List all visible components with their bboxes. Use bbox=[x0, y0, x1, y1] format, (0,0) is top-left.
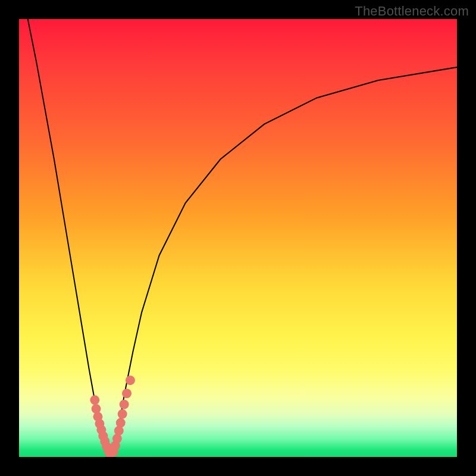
chart-frame: TheBottleneck.com bbox=[0, 0, 476, 476]
chart-svg bbox=[19, 19, 457, 457]
data-point bbox=[126, 375, 135, 385]
bottleneck-curve-left bbox=[28, 19, 111, 457]
data-point bbox=[122, 389, 131, 398]
data-markers bbox=[90, 375, 135, 457]
data-point bbox=[90, 395, 99, 405]
data-point bbox=[92, 404, 101, 414]
data-point bbox=[114, 426, 124, 436]
bottleneck-curve-right bbox=[111, 67, 457, 457]
data-point bbox=[118, 409, 127, 419]
data-point bbox=[120, 400, 129, 409]
watermark-text: TheBottleneck.com bbox=[355, 4, 469, 19]
data-point bbox=[116, 418, 126, 428]
plot-area bbox=[19, 19, 457, 457]
data-point bbox=[112, 434, 122, 443]
curve-layer bbox=[28, 19, 457, 457]
